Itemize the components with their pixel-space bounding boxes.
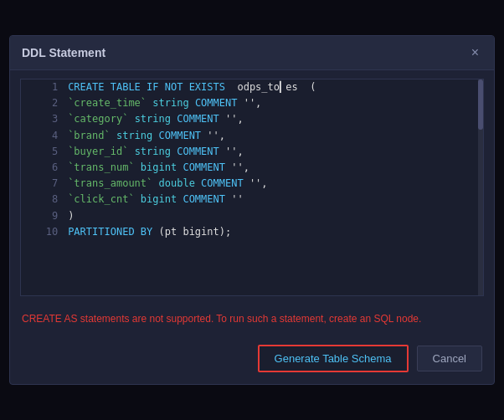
table-row: 5`buyer_id` string COMMENT '', [21,144,483,160]
line-number: 5 [21,144,68,160]
generate-table-schema-button[interactable]: Generate Table Schema [258,345,409,372]
ddl-dialog: DDL Statement × 1CREATE TABLE IF NOT EXI… [9,35,495,385]
table-row: 9) [21,208,483,224]
table-row: 4`brand` string COMMENT '', [21,128,483,144]
table-row: 2`create_time` string COMMENT '', [21,95,483,111]
line-number: 10 [21,224,68,240]
dialog-footer: Generate Table Schema Cancel [10,336,494,384]
cancel-button[interactable]: Cancel [417,346,482,371]
table-row: 8`click_cnt` bigint COMMENT '' [21,192,483,207]
modal-overlay: DDL Statement × 1CREATE TABLE IF NOT EXI… [0,0,504,420]
line-code: `trans_num` bigint COMMENT '', [68,160,483,176]
dialog-body: 1CREATE TABLE IF NOT EXISTS odps_to▎es (… [10,79,494,336]
line-number: 9 [21,208,68,224]
line-code: `click_cnt` bigint COMMENT '' [68,192,483,207]
error-message: CREATE AS statements are not supported. … [10,305,494,336]
line-code: `category` string COMMENT '', [68,111,483,127]
line-number: 6 [21,160,68,176]
line-code: CREATE TABLE IF NOT EXISTS odps_to▎es ( [68,79,483,95]
line-number: 2 [21,95,68,111]
line-code: `buyer_id` string COMMENT '', [68,144,483,160]
close-button[interactable]: × [468,44,482,61]
line-code: ) [68,208,483,224]
line-number: 4 [21,128,68,144]
line-number: 3 [21,111,68,127]
line-code: `create_time` string COMMENT '', [68,95,483,111]
table-row: 1CREATE TABLE IF NOT EXISTS odps_to▎es ( [21,79,483,95]
dialog-header: DDL Statement × [10,36,494,70]
table-row: 6`trans_num` bigint COMMENT '', [21,160,483,176]
code-table: 1CREATE TABLE IF NOT EXISTS odps_to▎es (… [21,79,483,240]
line-number: 1 [21,79,68,95]
line-number: 7 [21,176,68,192]
line-code: `trans_amount` double COMMENT '', [68,176,483,192]
scrollbar-track[interactable] [478,79,483,295]
table-row: 10PARTITIONED BY (pt bigint); [21,224,483,240]
line-code: PARTITIONED BY (pt bigint); [68,224,483,240]
scrollbar-thumb[interactable] [478,79,483,130]
table-row: 7`trans_amount` double COMMENT '', [21,176,483,192]
code-area: 1CREATE TABLE IF NOT EXISTS odps_to▎es (… [20,79,484,296]
dialog-title: DDL Statement [22,46,105,59]
line-code: `brand` string COMMENT '', [68,128,483,144]
table-row: 3`category` string COMMENT '', [21,111,483,127]
line-number: 8 [21,192,68,207]
